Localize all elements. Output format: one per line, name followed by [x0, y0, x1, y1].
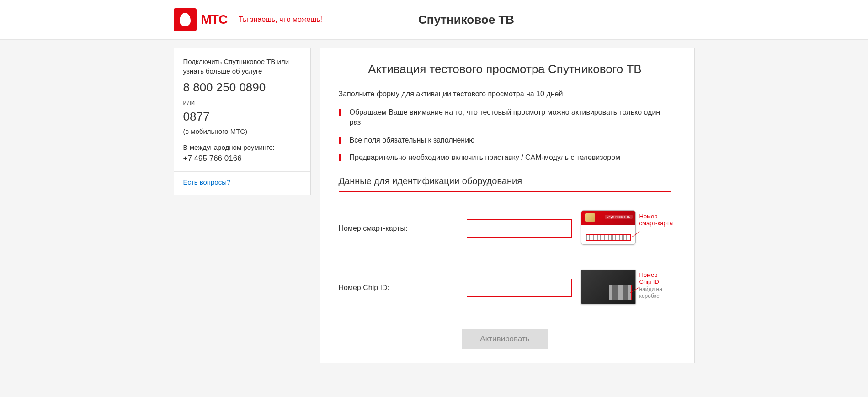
divider: [174, 171, 310, 172]
header: МТС Ты знаешь, что можешь! Спутниковое Т…: [0, 0, 868, 40]
phone-primary: 8 800 250 0890: [183, 80, 301, 95]
chipid-label: Номер Chip ID:: [339, 284, 458, 292]
notice-item: Все поля обязательны к заполнению: [339, 135, 671, 145]
roaming-phone: +7 495 766 0166: [183, 154, 301, 163]
barcode-icon: [586, 234, 631, 241]
main-panel: Активация тестового просмотра Спутниково…: [320, 48, 695, 363]
phone-secondary-note: (с мобильного МТС): [183, 127, 301, 135]
chipid-input[interactable]: [467, 279, 572, 297]
chipid-callout: Номер Chip ID найди на коробке: [639, 271, 662, 300]
main-title: Активация тестового просмотра Спутниково…: [339, 62, 671, 76]
page-title: Спутниковое ТВ: [418, 13, 514, 27]
egg-icon: [180, 13, 191, 26]
box-label-icon: [609, 285, 632, 300]
chipid-illustration: Номер Chip ID найди на коробке: [581, 270, 643, 306]
card-brand-label: Спутниковое ТВ: [605, 215, 633, 219]
questions-link[interactable]: Есть вопросы?: [183, 178, 231, 186]
logo-text: МТС: [201, 12, 228, 27]
section-heading: Данные для идентификации оборудования: [339, 176, 671, 192]
smartcard-illustration: Спутниковое ТВ Номер смарт-карты: [581, 210, 643, 247]
phone-secondary: 0877: [183, 110, 301, 124]
roaming-label: В международном роуминге:: [183, 143, 301, 151]
phone-or: или: [183, 98, 301, 106]
sidebar-intro: Подключить Спутниковое ТВ или узнать бол…: [183, 57, 301, 76]
notice-item: Обращаем Ваше внимание на то, что тестов…: [339, 107, 671, 128]
chipid-row: Номер Chip ID: Номер Chip ID найди на ко…: [339, 270, 671, 306]
smartcard-label: Номер смарт-карты:: [339, 224, 458, 233]
smartcard-row: Номер смарт-карты: Спутниковое ТВ Номер …: [339, 210, 671, 247]
chip-icon: [585, 213, 595, 222]
notice-list: Обращаем Ваше внимание на то, что тестов…: [339, 107, 671, 163]
smartcard-input[interactable]: [467, 219, 572, 238]
smartcard-callout: Номер смарт-карты: [639, 213, 674, 227]
tagline: Ты знаешь, что можешь!: [239, 16, 322, 24]
logo-icon: [174, 8, 197, 31]
logo[interactable]: МТС: [174, 8, 228, 31]
notice-item: Предварительно необходимо включить прист…: [339, 153, 671, 163]
form-intro: Заполните форму для активации тестового …: [339, 90, 671, 98]
activate-button[interactable]: Активировать: [462, 329, 548, 349]
sidebar: Подключить Спутниковое ТВ или узнать бол…: [174, 48, 311, 363]
